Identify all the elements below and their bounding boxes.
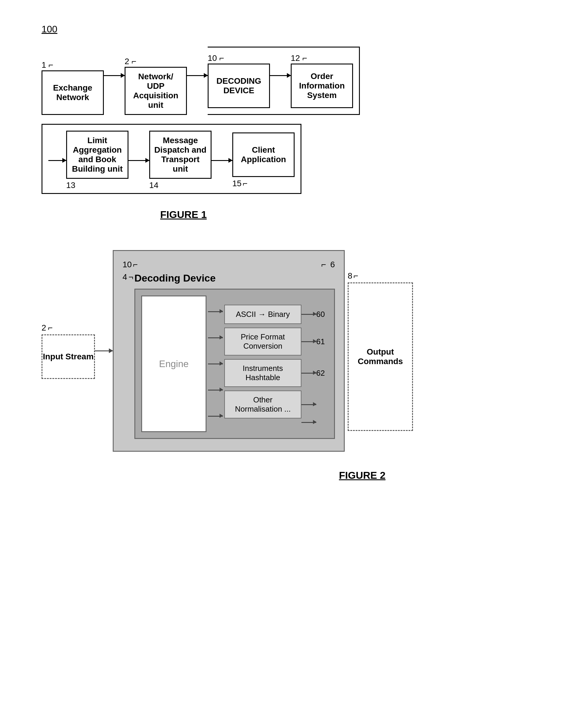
output-commands-area: 8 ⌐ Output Commands (345, 271, 413, 431)
figure1-section: 100 1 ⌐ Exchange Network 2 ⌐ Network/ UD… (42, 24, 564, 220)
engine-label: Engine (159, 358, 189, 370)
module4-label: Other Normalisation ... (235, 395, 291, 414)
engine-box: Engine (141, 296, 207, 432)
module-row-4: Other Normalisation ... (224, 391, 328, 418)
arrow-10-12 (270, 75, 291, 76)
module-3-box: Instruments Hashtable (224, 359, 301, 387)
node-10: 10 ⌐ DECODING DEVICE (208, 54, 270, 108)
module2-label: Price Format Conversion (241, 332, 285, 351)
node10-label: DECODING DEVICE (216, 76, 261, 95)
figure2-caption: FIGURE 2 (160, 470, 564, 481)
node-2: 2 ⌐ Network/ UDP Acquisition unit (125, 57, 187, 115)
decoding-device-box: 10 ⌐ ⌐ 6 4 ⌐ Decoding Device (113, 250, 345, 452)
node2-num: 2 (125, 57, 129, 66)
arrow-13-14 (128, 160, 149, 161)
input-stream-area: 2 ⌐ Input Stream (42, 323, 95, 379)
node12-num: 12 (291, 54, 300, 63)
node14-label: Message Dispatch and Transport unit (154, 136, 207, 174)
node15-num: 15 (232, 179, 241, 188)
arrow-input-decode (95, 351, 113, 351)
node15-box: Client Application (232, 133, 295, 177)
engine-to-modules-arrows (207, 296, 224, 432)
figure1-caption: FIGURE 1 (160, 209, 564, 220)
output-commands-label: Output Commands (349, 347, 412, 366)
node-14: Message Dispatch and Transport unit 14 (149, 131, 212, 190)
node14-box: Message Dispatch and Transport unit (149, 131, 212, 179)
node10-box: DECODING DEVICE (208, 63, 270, 108)
input-stream-label: Input Stream (43, 352, 93, 361)
module-row-3: Instruments Hashtable 62 (224, 359, 328, 387)
module-1-box: ASCII → Binary (224, 305, 301, 324)
module3-out-num: 62 (316, 368, 328, 378)
node13-num: 13 (66, 181, 128, 190)
node-13: Limit Aggregation and Book Building unit… (66, 131, 128, 190)
node13-box: Limit Aggregation and Book Building unit (66, 131, 128, 179)
modules-column: ASCII → Binary 60 Price Format Co (224, 296, 328, 432)
node15-label: Client Application (241, 145, 286, 164)
module-row-2: Price Format Conversion 61 (224, 327, 328, 356)
module-4-box: Other Normalisation ... (224, 391, 301, 418)
label-2: 2 (42, 323, 46, 333)
arrow-14-15 (212, 160, 232, 161)
arrow-into-13 (48, 160, 66, 161)
arrow-2-10 (187, 75, 208, 76)
module2-out-num: 61 (316, 337, 328, 346)
output-commands-box: Output Commands (348, 282, 413, 431)
module-row-1: ASCII → Binary 60 (224, 305, 328, 324)
node-15: Client Application 15 ⌐ (232, 133, 295, 188)
module3-label: Instruments Hashtable (243, 364, 283, 382)
node-1: 1 ⌐ Exchange Network (42, 60, 104, 115)
figure2-section: 2 ⌐ Input Stream 10 ⌐ ⌐ 6 (42, 250, 564, 481)
fig2-main-layout: 2 ⌐ Input Stream 10 ⌐ ⌐ 6 (42, 250, 564, 452)
node2-box: Network/ UDP Acquisition unit (125, 67, 187, 115)
node-12: 12 ⌐ Order Information System (291, 54, 353, 108)
label-4: 4 (123, 272, 127, 282)
arrow-1-2 (104, 75, 125, 76)
module-2-box: Price Format Conversion (224, 327, 301, 356)
label-8: 8 (348, 271, 353, 281)
module1-label: ASCII → Binary (236, 310, 290, 319)
node12-label: Order Information System (299, 72, 345, 100)
label-6: 6 (330, 260, 335, 269)
system-label: 100 (42, 24, 57, 35)
extra-bottom-arrow (224, 422, 328, 423)
node2-label: Network/ UDP Acquisition unit (133, 72, 178, 110)
node1-label: Exchange Network (53, 83, 92, 102)
node13-label: Limit Aggregation and Book Building unit (72, 136, 123, 174)
node10-num: 10 (208, 54, 217, 63)
node12-box: Order Information System (291, 63, 353, 108)
node1-box: Exchange Network (42, 71, 104, 115)
node14-num: 14 (149, 181, 212, 190)
module1-out-num: 60 (316, 310, 328, 319)
node1-num: 1 (42, 60, 46, 70)
input-stream-box: Input Stream (42, 334, 95, 379)
decoding-device-title: Decoding Device (134, 272, 335, 284)
label-10: 10 (123, 260, 132, 269)
